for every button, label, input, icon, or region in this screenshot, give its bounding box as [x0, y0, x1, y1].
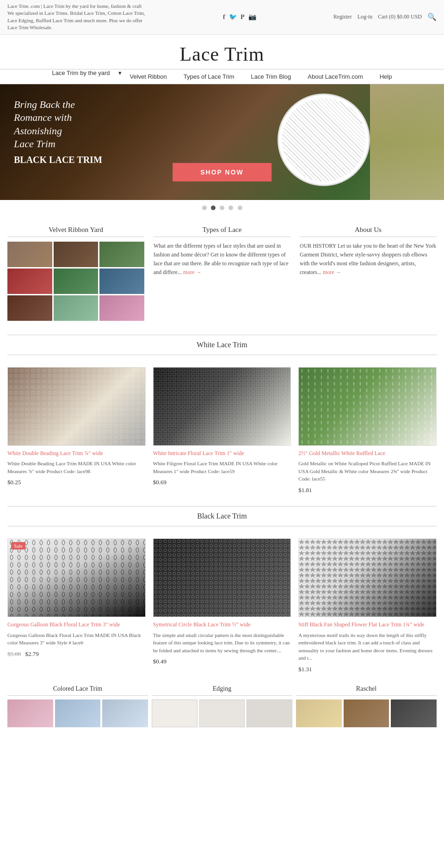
- nav-types-lace[interactable]: Types of Lace Trim: [175, 69, 243, 84]
- product-white-2-desc: White Filigree Floral Lace Trim MADE IN …: [153, 460, 291, 475]
- raschel-imgs: [296, 699, 437, 727]
- product-white-1-desc: White Double Beading Lace Trim MADE IN U…: [7, 460, 146, 475]
- about-us-more[interactable]: more →: [323, 269, 341, 275]
- site-tagline: Lace Trim .com | Lace Trim by the yard f…: [7, 3, 146, 31]
- nav-velvet-ribbon[interactable]: Velvet Ribbon: [122, 69, 175, 84]
- search-icon-top[interactable]: 🔍: [427, 12, 437, 21]
- ribbon-img-3[interactable]: [99, 242, 144, 267]
- ribbon-img-2[interactable]: [54, 242, 99, 267]
- dot-1[interactable]: [202, 206, 207, 210]
- product-white-3: 2½" Gold Metallic White Ruffled Lace Gol…: [298, 367, 437, 494]
- twitter-icon[interactable]: 🐦: [229, 13, 237, 21]
- nav-about[interactable]: About LaceTrim.com: [299, 69, 371, 84]
- product-black-1-price: $5.00 $2.79: [7, 650, 146, 658]
- product-black-3-price: $1.31: [298, 666, 437, 673]
- edging-img-1[interactable]: [152, 699, 197, 727]
- svg-rect-5: [8, 539, 145, 617]
- black-lace-section-header: Black Lace Trim: [7, 506, 437, 526]
- ribbon-grid: [7, 242, 144, 321]
- hero-dots: [0, 200, 444, 217]
- raschel-cat: Raschel: [296, 685, 437, 727]
- hero-circle-decoration: [278, 94, 370, 186]
- white-lace-product-grid: White Double Beading Lace Trim ⅞" wide W…: [0, 360, 444, 501]
- raschel-img-3[interactable]: [391, 699, 437, 727]
- velvet-ribbon-col: Velvet Ribbon Yard: [7, 226, 144, 321]
- product-black-2-price: $0.49: [153, 658, 291, 665]
- product-white-1-img[interactable]: [7, 367, 146, 446]
- register-link[interactable]: Register: [333, 13, 352, 20]
- raschel-title: Raschel: [296, 685, 437, 696]
- product-black-1-img[interactable]: [7, 538, 146, 617]
- shop-now-button[interactable]: SHOP NOW: [173, 163, 271, 181]
- product-black-2-desc: The simple and small circular pattern is…: [153, 631, 291, 655]
- instagram-icon[interactable]: 📷: [248, 13, 256, 21]
- ribbon-img-1[interactable]: [7, 242, 52, 267]
- product-black-2-img[interactable]: [153, 538, 291, 617]
- product-white-3-desc: Gold Metallic on White Scalloped Picot R…: [298, 460, 437, 483]
- colored-lace-img-2[interactable]: [55, 699, 101, 727]
- product-white-1-title[interactable]: White Double Beading Lace Trim ⅞" wide: [7, 450, 146, 457]
- svg-rect-7: [154, 539, 291, 617]
- hero-lace-preview: [282, 98, 365, 181]
- price-new: $2.79: [25, 650, 39, 657]
- ribbon-img-5[interactable]: [54, 269, 99, 294]
- nav-blog[interactable]: Lace Trim Blog: [243, 69, 300, 84]
- ribbon-img-7[interactable]: [7, 295, 52, 321]
- product-white-1-price: $0.25: [7, 479, 146, 486]
- dot-2[interactable]: [211, 206, 216, 210]
- svg-rect-4: [299, 368, 436, 445]
- types-of-lace-more[interactable]: more →: [183, 269, 202, 275]
- product-white-3-title[interactable]: 2½" Gold Metallic White Ruffled Lace: [298, 450, 437, 457]
- types-of-lace-col: Types of Lace What are the different typ…: [154, 226, 290, 321]
- colored-lace-cat: Colored Lace Trim: [7, 685, 148, 727]
- white-lace-section-header: White Lace Trim: [7, 335, 437, 355]
- product-black-2-title[interactable]: Symetrical Circle Black Lace Trim ½" wid…: [153, 621, 291, 629]
- edging-imgs: [152, 699, 292, 727]
- dot-5[interactable]: [238, 206, 242, 210]
- raschel-img-1[interactable]: [296, 699, 342, 727]
- product-black-3-title[interactable]: Stiff Black Fan Shaped Flower Flat Lace …: [298, 621, 437, 629]
- colored-lace-title: Colored Lace Trim: [7, 685, 148, 696]
- about-us-col: About Us OUR HISTORY Let us take you to …: [300, 226, 437, 321]
- colored-lace-img-3[interactable]: [102, 699, 148, 727]
- hero-headline: Bring Back the Romance with Astonishing …: [14, 98, 102, 151]
- edging-title: Edging: [152, 685, 292, 696]
- edging-img-3[interactable]: [247, 699, 292, 727]
- ribbon-img-4[interactable]: [7, 269, 52, 294]
- product-white-3-img[interactable]: [298, 367, 437, 446]
- about-us-title: About Us: [300, 226, 437, 237]
- top-bar: Lace Trim .com | Lace Trim by the yard f…: [0, 0, 444, 35]
- ribbon-img-6[interactable]: [99, 269, 144, 294]
- product-white-3-price: $1.81: [298, 487, 437, 494]
- black-lace-product-grid: Sale Gorgeous Galloon Black Floral Lace …: [0, 531, 444, 681]
- raschel-img-2[interactable]: [344, 699, 389, 727]
- dot-4[interactable]: [228, 206, 233, 210]
- product-black-2: Symetrical Circle Black Lace Trim ½" wid…: [153, 538, 291, 673]
- login-link[interactable]: Log-in: [358, 13, 373, 20]
- main-nav: Lace Trim by the yard▾ Velvet Ribbon Typ…: [0, 69, 444, 84]
- ribbon-img-8[interactable]: [54, 295, 99, 321]
- ribbon-img-9[interactable]: [99, 295, 144, 321]
- product-black-1-desc: Gorgeous Galloon Black Floral Lace Trim …: [7, 631, 146, 647]
- facebook-icon[interactable]: 𝐟: [223, 13, 225, 21]
- cart-link[interactable]: Cart (0) $0.00 USD: [378, 13, 422, 20]
- sale-badge: Sale: [11, 542, 25, 550]
- dot-3[interactable]: [220, 206, 224, 210]
- colored-lace-imgs: [7, 699, 148, 727]
- nav-help[interactable]: Help: [371, 69, 401, 84]
- site-title: Lace Trim: [0, 35, 444, 69]
- colored-lace-img-1[interactable]: [7, 699, 53, 727]
- velvet-ribbon-title: Velvet Ribbon Yard: [7, 226, 144, 237]
- three-col-section: Velvet Ribbon Yard Types of Lace What ar…: [0, 217, 444, 330]
- edging-img-2[interactable]: [199, 699, 245, 727]
- product-white-2-img[interactable]: [153, 367, 291, 446]
- product-black-3-img[interactable]: [298, 538, 437, 617]
- product-white-2-price: $0.69: [153, 479, 291, 486]
- nav-lace-trim-yard[interactable]: Lace Trim by the yard▾: [44, 69, 122, 84]
- svg-rect-3: [154, 368, 291, 445]
- product-black-1-title[interactable]: Gorgeous Galloon Black Floral Lace Trim …: [7, 621, 146, 629]
- price-old: $5.00: [7, 650, 21, 657]
- account-nav: Register Log-in Cart (0) $0.00 USD 🔍: [333, 12, 437, 21]
- pinterest-icon[interactable]: 𝐏: [240, 13, 245, 21]
- product-white-2-title[interactable]: White Intricate Floral Lace Trim 1" wide: [153, 450, 291, 457]
